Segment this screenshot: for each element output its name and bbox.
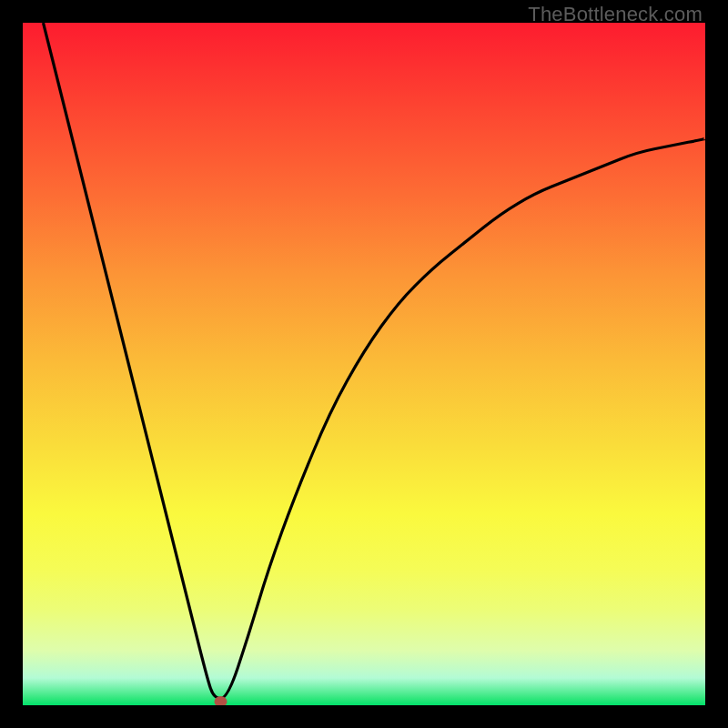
plot-area [23, 23, 705, 705]
chart-frame: TheBottleneck.com [0, 0, 728, 728]
curve-overlay [23, 23, 705, 705]
bottleneck-curve [44, 23, 706, 699]
attribution-text: TheBottleneck.com [528, 3, 703, 26]
